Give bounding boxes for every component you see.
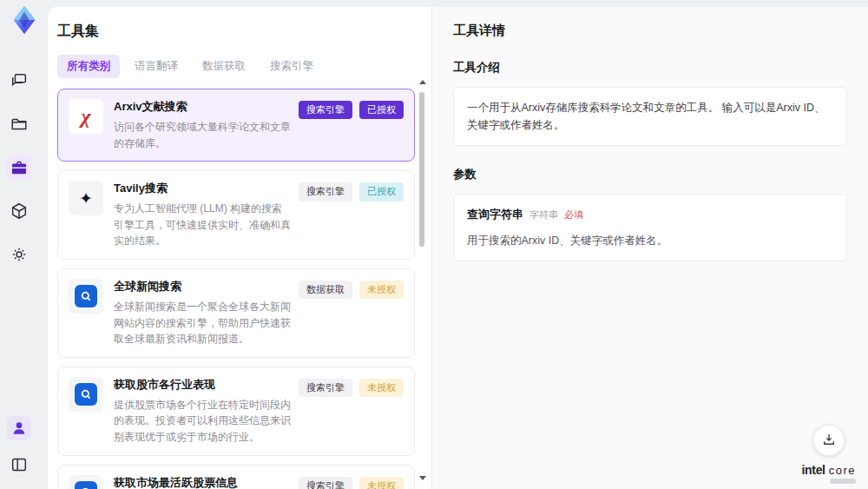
tavily-sparkle-icon: ✦ — [69, 181, 103, 215]
param-required-badge: 必填 — [564, 208, 583, 223]
category-badge: 搜索引擎 — [299, 477, 352, 489]
sidebar-item-files[interactable] — [7, 112, 31, 136]
tool-description: 提供股票市场各个行业在特定时间段内的表现。投资者可以利用这些信息来识别表现优于或… — [114, 397, 292, 446]
param-name: 查询字符串 — [467, 206, 523, 224]
params-heading: 参数 — [453, 167, 847, 182]
auth-status-badge: 已授权 — [359, 182, 404, 201]
chat-icon — [10, 71, 29, 90]
download-icon — [821, 432, 837, 450]
param-description: 用于搜索的Arxiv ID、关键字或作者姓名。 — [467, 232, 833, 249]
scroll-down-arrow-icon[interactable] — [419, 476, 426, 480]
sidebar — [0, 0, 48, 489]
tool-title: 全球新闻搜索 — [114, 279, 292, 294]
folder-icon — [10, 115, 29, 134]
main-content: 工具集 所有类别 语言翻译 数据获取 搜索引擎 χ Arxiv文献搜索 访问各个… — [48, 7, 868, 489]
param-type: 字符串 — [529, 208, 558, 223]
sidebar-item-collapse-panel[interactable] — [7, 453, 31, 477]
tool-detail-pane: 工具详情 工具介绍 一个用于从Arxiv存储库搜索科学论文和文章的工具。 输入可… — [431, 7, 868, 489]
tab-data-fetch[interactable]: 数据获取 — [193, 55, 255, 78]
tool-description: 访问各个研究领域大量科学论文和文章的存储库。 — [114, 119, 292, 151]
tool-list-item-arxiv[interactable]: χ Arxiv文献搜索 访问各个研究领域大量科学论文和文章的存储库。 搜索引擎 … — [57, 89, 415, 162]
arxiv-logo-icon: χ — [69, 99, 103, 134]
category-badge: 搜索引擎 — [299, 379, 352, 397]
sidebar-item-settings[interactable] — [7, 242, 31, 267]
tab-all-categories[interactable]: 所有类别 — [57, 55, 120, 78]
scroll-up-arrow-icon[interactable] — [419, 80, 426, 84]
tool-list: χ Arxiv文献搜索 访问各个研究领域大量科学论文和文章的存储库。 搜索引擎 … — [57, 89, 415, 489]
app-logo-icon — [7, 3, 42, 37]
auth-status-badge: 未授权 — [359, 281, 404, 299]
detail-title: 工具详情 — [453, 23, 847, 39]
toolset-pane: 工具集 所有类别 语言翻译 数据获取 搜索引擎 χ Arxiv文献搜索 访问各个… — [48, 7, 431, 489]
tool-list-item-tavily[interactable]: ✦ Tavily搜索 专为人工智能代理 (LLM) 构建的搜索引擎工具，可快速提… — [57, 170, 415, 260]
intro-heading: 工具介绍 — [453, 60, 847, 76]
auth-status-badge: 未授权 — [359, 379, 404, 397]
tool-description: 专为人工智能代理 (LLM) 构建的搜索引擎工具，可快速提供实时、准确和真实的结… — [114, 201, 292, 249]
page-title: 工具集 — [57, 23, 431, 41]
intro-text: 一个用于从Arxiv存储库搜索科学论文和文章的工具。 输入可以是Arxiv ID… — [453, 87, 847, 146]
intel-wordmark: intel — [801, 463, 825, 477]
category-badge: 数据获取 — [299, 281, 352, 299]
core-wordmark: core — [829, 464, 856, 477]
tool-title: 获取股市各行业表现 — [114, 377, 292, 393]
news-search-icon — [69, 475, 103, 489]
tool-title: 获取市场最活跃股票信息 — [114, 475, 292, 489]
download-button[interactable] — [813, 425, 845, 456]
sidebar-item-toolbox[interactable] — [7, 155, 31, 180]
sidebar-item-user[interactable] — [7, 416, 31, 440]
scrollbar-thumb[interactable] — [419, 92, 424, 247]
gear-icon — [10, 245, 29, 264]
tool-title: Arxiv文献搜索 — [114, 99, 292, 115]
tool-list-scrollbar[interactable] — [418, 82, 425, 479]
tool-title: Tavily搜索 — [114, 181, 292, 196]
category-badge: 搜索引擎 — [299, 182, 352, 201]
sidebar-item-packages[interactable] — [7, 199, 31, 223]
tool-list-item-global-news[interactable]: 全球新闻搜索 全球新闻搜索是一个聚合全球各大新闻网站内容的搜索引擎，帮助用户快速… — [57, 268, 415, 358]
bottom-right-widgets: intel core — [801, 425, 856, 484]
param-card: 查询字符串 字符串 必填 用于搜索的Arxiv ID、关键字或作者姓名。 — [453, 194, 847, 261]
user-icon — [10, 420, 28, 437]
tab-search-engine[interactable]: 搜索引擎 — [260, 55, 323, 78]
auth-status-badge: 已授权 — [359, 101, 404, 119]
tool-list-item-sector-performance[interactable]: 获取股市各行业表现 提供股票市场各个行业在特定时间段内的表现。投资者可以利用这些… — [57, 367, 415, 456]
news-search-icon — [69, 279, 103, 314]
tool-list-item-active-stocks[interactable]: 获取市场最活跃股票信息 提供当天交易量最高的股票列表，投资者可以利用这些信息来识… — [57, 465, 415, 489]
category-tabs: 所有类别 语言翻译 数据获取 搜索引擎 — [57, 55, 431, 78]
auth-status-badge: 未授权 — [359, 477, 404, 489]
intel-core-logo: intel core — [801, 463, 856, 477]
layout-panel-icon — [10, 455, 29, 474]
sidebar-item-chat[interactable] — [7, 69, 31, 93]
tab-language-translation[interactable]: 语言翻译 — [125, 55, 187, 78]
toolbox-icon — [10, 158, 29, 177]
news-search-icon — [69, 377, 103, 412]
category-badge: 搜索引擎 — [299, 101, 352, 119]
cube-icon — [10, 202, 29, 221]
intel-sub-badge — [830, 479, 856, 484]
tool-description: 全球新闻搜索是一个聚合全球各大新闻网站内容的搜索引擎，帮助用户快速获取全球最新资… — [114, 299, 292, 347]
